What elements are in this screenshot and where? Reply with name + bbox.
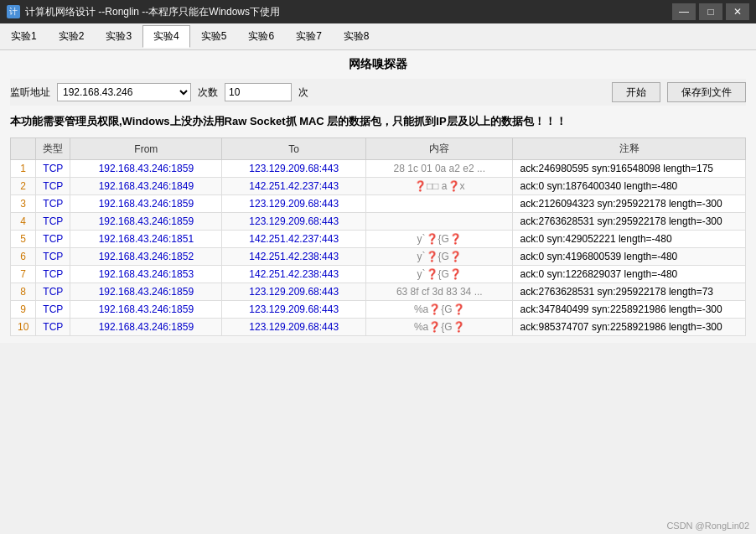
cell-num: 1: [11, 160, 36, 178]
cell-type: TCP: [36, 231, 70, 248]
cell-num: 2: [11, 178, 36, 195]
cell-num: 10: [11, 319, 36, 336]
table-row[interactable]: 1 TCP 192.168.43.246:1859 123.129.209.68…: [11, 160, 746, 178]
cell-to: 142.251.42.237:443: [222, 178, 366, 195]
cell-note: ack:0 syn:1226829037 length=-480: [513, 266, 746, 283]
cell-num: 3: [11, 195, 36, 213]
cell-from: 192.168.43.246:1859: [70, 283, 222, 301]
cell-to: 123.129.209.68:443: [222, 283, 366, 301]
cell-from: 192.168.43.246:1859: [70, 319, 222, 336]
cell-content: %a❓{G❓: [366, 301, 513, 319]
packet-table: 类型 From To 内容 注释 1 TCP 192.168.43.246:18…: [10, 137, 746, 336]
cell-note: ack:0 syn:1876400340 length=-480: [513, 178, 746, 195]
cell-type: TCP: [36, 160, 70, 178]
cell-content: ❓□□ a❓x: [366, 178, 513, 195]
th-to: To: [222, 138, 366, 160]
cell-content: 63 8f cf 3d 83 34 ...: [366, 283, 513, 301]
cell-from: 192.168.43.246:1859: [70, 195, 222, 213]
cell-note: ack:347840499 syn:2258921986 length=-300: [513, 301, 746, 319]
table-row[interactable]: 2 TCP 192.168.43.246:1849 142.251.42.237…: [11, 178, 746, 195]
cell-note: ack:2763628531 syn:295922178 length=73: [513, 283, 746, 301]
cell-type: TCP: [36, 301, 70, 319]
start-button[interactable]: 开始: [612, 82, 660, 102]
cell-to: 142.251.42.238:443: [222, 266, 366, 283]
cell-to: 123.129.209.68:443: [222, 195, 366, 213]
cell-from: 192.168.43.246:1859: [70, 213, 222, 231]
footer-watermark: CSDN @RongLin02: [666, 521, 749, 531]
menu-item-exp5[interactable]: 实验5: [190, 25, 238, 48]
main-content: 网络嗅探器 监听地址 192.168.43.246 次数 次 开始 保存到文件 …: [0, 50, 756, 343]
table-row[interactable]: 9 TCP 192.168.43.246:1859 123.129.209.68…: [11, 301, 746, 319]
table-row[interactable]: 4 TCP 192.168.43.246:1859 123.129.209.68…: [11, 213, 746, 231]
cell-note: ack:2763628531 syn:295922178 length=-300: [513, 213, 746, 231]
cell-to: 142.251.42.238:443: [222, 248, 366, 266]
monitor-address-select[interactable]: 192.168.43.246: [57, 83, 191, 101]
close-button[interactable]: ✕: [726, 3, 749, 20]
cell-note: ack:0 syn:429052221 length=-480: [513, 231, 746, 248]
menu-bar: 实验1 实验2 实验3 实验4 实验5 实验6 实验7 实验8: [0, 23, 756, 50]
warning-text: 本功能需要管理员权限,Windows上没办法用Raw Socket抓 MAC 层…: [10, 112, 746, 131]
cell-note: ack:246980595 syn:916548098 length=175: [513, 160, 746, 178]
table-row[interactable]: 10 TCP 192.168.43.246:1859 123.129.209.6…: [11, 319, 746, 336]
cell-to: 123.129.209.68:443: [222, 213, 366, 231]
save-button[interactable]: 保存到文件: [667, 82, 746, 102]
cell-to: 123.129.209.68:443: [222, 160, 366, 178]
cell-num: 9: [11, 301, 36, 319]
cell-num: 8: [11, 283, 36, 301]
count-unit: 次: [298, 86, 308, 100]
window-title: 计算机网络设计 --Ronglin --本程序只能在Windows下使用: [25, 5, 280, 19]
section-title: 网络嗅探器: [10, 57, 746, 72]
menu-item-exp2[interactable]: 实验2: [48, 25, 96, 48]
cell-num: 7: [11, 266, 36, 283]
menu-item-exp8[interactable]: 实验8: [333, 25, 381, 48]
table-row[interactable]: 5 TCP 192.168.43.246:1851 142.251.42.237…: [11, 231, 746, 248]
cell-from: 192.168.43.246:1849: [70, 178, 222, 195]
table-row[interactable]: 7 TCP 192.168.43.246:1853 142.251.42.238…: [11, 266, 746, 283]
toolbar: 监听地址 192.168.43.246 次数 次 开始 保存到文件: [10, 79, 746, 106]
th-num: [11, 138, 36, 160]
cell-content: y`❓{G❓: [366, 248, 513, 266]
th-from: From: [70, 138, 222, 160]
th-type: 类型: [36, 138, 70, 160]
title-controls: — □ ✕: [672, 3, 749, 20]
count-input[interactable]: [225, 83, 292, 101]
cell-content: y`❓{G❓: [366, 231, 513, 248]
cell-to: 123.129.209.68:443: [222, 319, 366, 336]
cell-note: ack:0 syn:4196800539 length=-480: [513, 248, 746, 266]
th-note: 注释: [513, 138, 746, 160]
cell-from: 192.168.43.246:1853: [70, 266, 222, 283]
cell-to: 123.129.209.68:443: [222, 301, 366, 319]
count-label: 次数: [198, 86, 218, 100]
app-icon: 计: [7, 5, 20, 18]
maximize-button[interactable]: □: [699, 3, 722, 20]
cell-type: TCP: [36, 283, 70, 301]
table-row[interactable]: 8 TCP 192.168.43.246:1859 123.129.209.68…: [11, 283, 746, 301]
monitor-label: 监听地址: [10, 86, 50, 100]
th-content: 内容: [366, 138, 513, 160]
cell-content: [366, 213, 513, 231]
cell-to: 142.251.42.237:443: [222, 231, 366, 248]
cell-content: %a❓{G❓: [366, 319, 513, 336]
cell-content: [366, 195, 513, 213]
cell-type: TCP: [36, 195, 70, 213]
cell-content: 28 1c 01 0a a2 e2 ...: [366, 160, 513, 178]
cell-from: 192.168.43.246:1852: [70, 248, 222, 266]
cell-type: TCP: [36, 319, 70, 336]
cell-from: 192.168.43.246:1851: [70, 231, 222, 248]
cell-note: ack:985374707 syn:2258921986 length=-300: [513, 319, 746, 336]
menu-item-exp3[interactable]: 实验3: [95, 25, 142, 48]
cell-num: 4: [11, 213, 36, 231]
table-row[interactable]: 6 TCP 192.168.43.246:1852 142.251.42.238…: [11, 248, 746, 266]
menu-item-exp6[interactable]: 实验6: [237, 25, 285, 48]
cell-type: TCP: [36, 248, 70, 266]
menu-item-exp7[interactable]: 实验7: [285, 25, 333, 48]
minimize-button[interactable]: —: [672, 3, 696, 20]
menu-item-exp1[interactable]: 实验1: [0, 25, 48, 48]
cell-content: y`❓{G❓: [366, 266, 513, 283]
cell-type: TCP: [36, 266, 70, 283]
cell-note: ack:2126094323 syn:295922178 length=-300: [513, 195, 746, 213]
table-row[interactable]: 3 TCP 192.168.43.246:1859 123.129.209.68…: [11, 195, 746, 213]
cell-num: 6: [11, 248, 36, 266]
menu-item-exp4[interactable]: 实验4: [142, 25, 190, 48]
cell-from: 192.168.43.246:1859: [70, 160, 222, 178]
